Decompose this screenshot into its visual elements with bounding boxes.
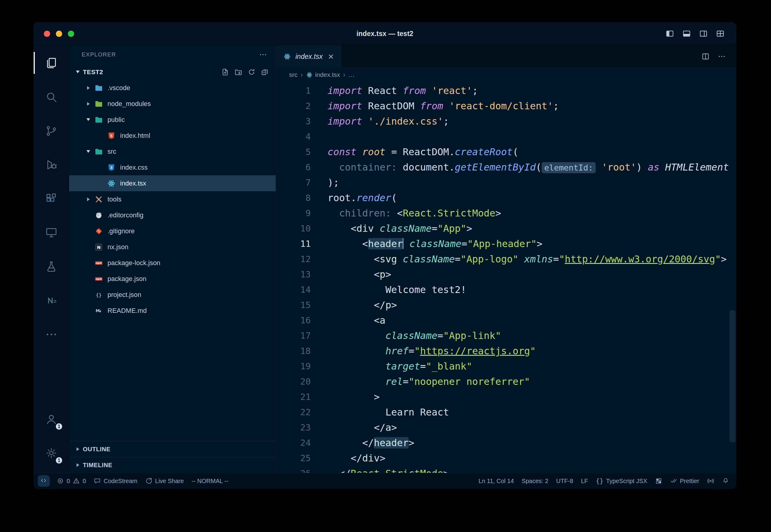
breadcrumb-item[interactable]: … — [348, 71, 355, 78]
tree-item--vscode[interactable]: .vscode — [69, 80, 276, 96]
code-editor[interactable]: 1import React from 'react';2import React… — [276, 82, 736, 473]
status-notifications[interactable] — [718, 473, 733, 489]
explorer-section-test2[interactable]: TEST2 — [69, 64, 276, 80]
code-text: import ReactDOM from 'react-dom/client'; — [328, 98, 559, 114]
activity-testing-icon[interactable] — [34, 249, 69, 283]
status-liveshare[interactable]: Live Share — [141, 473, 188, 489]
tree-item-public[interactable]: public — [69, 112, 276, 128]
code-text: </p> — [328, 298, 397, 313]
react-icon — [107, 179, 116, 188]
tree-item-package-lock-json[interactable]: npmpackage-lock.json — [69, 255, 276, 271]
close-tab-icon[interactable]: × — [328, 52, 334, 61]
svg-text:M: M — [95, 308, 100, 313]
minimize-window-button[interactable] — [56, 31, 62, 37]
code-text: <svg className="App-logo" xmlns="http://… — [328, 252, 727, 267]
code-token: header — [374, 437, 409, 449]
code-token: = — [420, 361, 426, 372]
outline-panel-header[interactable]: OUTLINE — [69, 441, 276, 457]
code-lines: 1import React from 'react';2import React… — [276, 83, 736, 473]
chevron-down-icon[interactable] — [74, 68, 82, 76]
activity-search-icon[interactable] — [34, 80, 69, 114]
status-eol[interactable]: LF — [577, 473, 592, 489]
code-token — [519, 253, 524, 265]
activity-extensions-icon[interactable] — [34, 182, 69, 216]
code-token: ; — [443, 116, 449, 127]
code-text: href="https://reactjs.org" — [328, 343, 536, 359]
status-encoding[interactable]: UTF-8 — [552, 473, 577, 489]
explorer-more-icon[interactable] — [259, 50, 267, 59]
tree-item-readme-md[interactable]: MREADME.md — [69, 303, 276, 319]
chevron-down-icon[interactable] — [84, 116, 92, 124]
chevron-right-icon[interactable] — [84, 195, 92, 203]
outline-label: OUTLINE — [83, 446, 110, 453]
line-number: 18 — [276, 343, 311, 359]
layout-grid-icon[interactable] — [716, 29, 725, 38]
layout-sidebar-right-icon[interactable] — [699, 29, 708, 38]
code-text: rel="noopener noreferrer" — [328, 374, 530, 389]
code-token: ); — [328, 177, 339, 188]
tree-item-tools[interactable]: tools — [69, 191, 276, 207]
new-file-icon[interactable] — [221, 68, 229, 76]
tree-item-project-json[interactable]: {}project.json — [69, 287, 276, 303]
line-number: 5 — [276, 144, 311, 160]
activity-settings-icon[interactable]: 1 — [34, 436, 69, 470]
code-token: > — [385, 269, 391, 280]
activity-run-debug-icon[interactable] — [34, 148, 69, 182]
collapse-all-icon[interactable] — [261, 68, 269, 76]
code-line: 5const root = ReactDOM.createRoot( — [276, 144, 736, 160]
close-window-button[interactable] — [44, 31, 50, 37]
status-cursor-position[interactable]: Ln 11, Col 14 — [475, 473, 518, 489]
tree-item-label: public — [107, 116, 125, 124]
tree-item-package-json[interactable]: npmpackage.json — [69, 271, 276, 287]
chevron-right-icon[interactable] — [84, 84, 92, 92]
split-editor-icon[interactable] — [701, 52, 710, 61]
new-folder-icon[interactable] — [234, 68, 243, 76]
more-icon[interactable] — [718, 52, 726, 61]
breadcrumb-item[interactable]: src — [289, 71, 298, 78]
tree-item-node-modules[interactable]: node_modules — [69, 96, 276, 112]
status-editor-status[interactable] — [651, 473, 666, 489]
status-indentation[interactable]: Spaces: 2 — [518, 473, 552, 489]
tree-item-index-tsx[interactable]: index.tsx — [69, 175, 276, 191]
tree-item-src[interactable]: src — [69, 144, 276, 159]
error-count: 0 — [67, 478, 70, 485]
code-token: 'react-dom/client' — [449, 100, 553, 112]
status-codestream[interactable]: CodeStream — [90, 473, 141, 489]
status-remote[interactable] — [38, 475, 50, 487]
code-text: const root = ReactDOM.createRoot( — [328, 144, 519, 160]
status-problems[interactable]: 00 — [53, 473, 90, 489]
refresh-icon[interactable] — [247, 68, 256, 76]
explorer-section-actions — [221, 68, 276, 76]
tree-item--gitignore[interactable]: .gitignore — [69, 223, 276, 239]
zoom-window-button[interactable] — [68, 31, 74, 37]
status-prettier[interactable]: Prettier — [666, 473, 703, 489]
code-line: 8root.render( — [276, 190, 736, 206]
activity-accounts-icon[interactable]: 1 — [34, 402, 69, 436]
tree-item--editorconfig[interactable]: .editorconfig — [69, 207, 276, 223]
activity-nx-console-icon[interactable] — [34, 283, 69, 317]
activity-explorer-icon[interactable] — [34, 46, 69, 80]
activity-more-icon[interactable] — [34, 317, 69, 351]
layout-panel-bottom-icon[interactable] — [682, 29, 691, 38]
tree-item-index-html[interactable]: 5index.html — [69, 128, 276, 144]
tree-item-nx-json[interactable]: Nnx.json — [69, 239, 276, 255]
code-line: 18 href="https://reactjs.org" — [276, 343, 736, 359]
code-token — [362, 116, 368, 127]
activity-source-control-icon[interactable] — [34, 114, 69, 148]
chevron-down-icon[interactable] — [84, 148, 92, 156]
status-vim-mode[interactable]: -- NORMAL -- — [188, 473, 232, 489]
code-token: React.StrictMode — [351, 468, 443, 473]
editor-scrollbar[interactable] — [730, 310, 736, 442]
status-broadcast[interactable] — [703, 473, 718, 489]
timeline-panel-header[interactable]: TIMELINE — [69, 457, 276, 473]
tree-item-index-css[interactable]: 3index.css — [69, 159, 276, 175]
folder-icon — [94, 147, 103, 156]
activity-remote-explorer-icon[interactable] — [34, 216, 69, 249]
layout-sidebar-left-icon[interactable] — [665, 29, 674, 38]
code-token: render — [356, 192, 391, 204]
chevron-right-icon — [74, 445, 82, 453]
chevron-right-icon[interactable] — [84, 100, 92, 108]
status-language-mode[interactable]: {}TypeScript JSX — [592, 473, 651, 489]
breadcrumb-item[interactable]: index.tsx — [306, 71, 340, 78]
tab-index-tsx[interactable]: index.tsx × — [276, 45, 341, 68]
